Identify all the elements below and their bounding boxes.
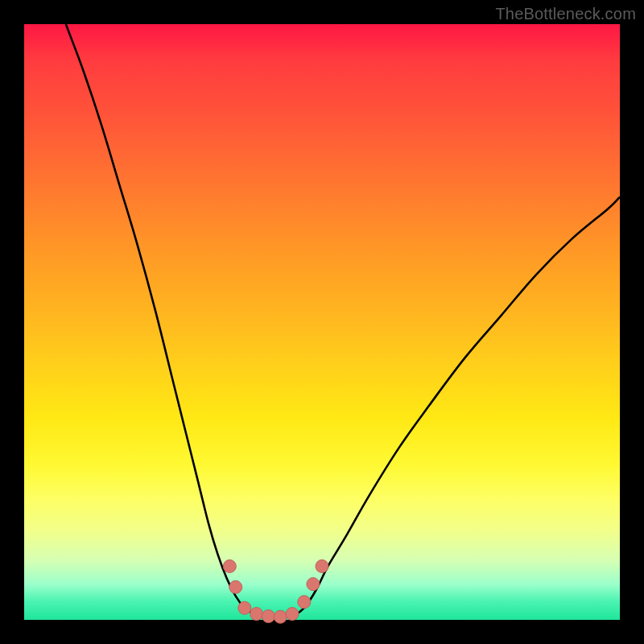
watermark-text: TheBottleneck.com xyxy=(495,5,636,23)
data-marker xyxy=(316,559,328,572)
data-marker xyxy=(307,578,320,591)
data-marker xyxy=(286,608,299,621)
data-marker xyxy=(250,608,263,621)
data-markers xyxy=(223,559,328,623)
data-marker xyxy=(223,559,236,572)
data-marker xyxy=(298,596,311,609)
chart-svg xyxy=(24,24,620,620)
chart-frame: TheBottleneck.com xyxy=(0,0,644,644)
right-curve xyxy=(292,197,620,617)
data-marker xyxy=(274,610,287,623)
data-marker xyxy=(238,601,251,614)
data-marker xyxy=(262,610,275,623)
left-curve xyxy=(66,24,262,617)
plot-area xyxy=(24,24,620,620)
data-marker xyxy=(229,580,242,593)
